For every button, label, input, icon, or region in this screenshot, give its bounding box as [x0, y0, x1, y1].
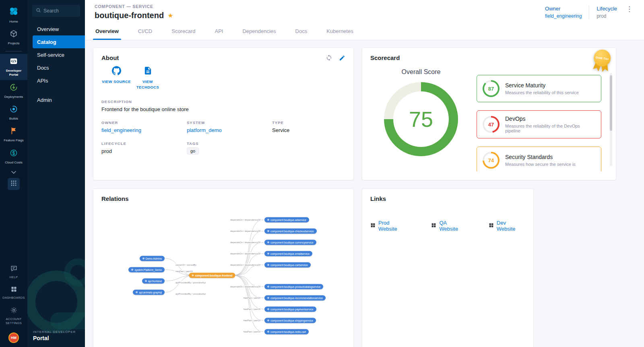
- link-label: QA Website: [439, 220, 466, 232]
- relation-node[interactable]: component:boutique-recommendationservice: [264, 295, 326, 301]
- relation-node[interactable]: system:Platform_Demo: [128, 267, 165, 273]
- score-item-description: Measures the reliability of this service: [505, 90, 579, 95]
- relation-node[interactable]: component:boutique-cartservice: [264, 262, 311, 268]
- feature-flags-icon: [9, 126, 18, 137]
- relation-node[interactable]: component:boutique-currencyservice: [264, 240, 316, 245]
- tag-chip[interactable]: go: [187, 147, 199, 155]
- module-selector-button[interactable]: [8, 178, 20, 190]
- owner-field: OWNER field_engineering: [101, 120, 187, 133]
- dashboards-icon: [10, 286, 17, 294]
- link-item[interactable]: QA Website: [431, 220, 466, 232]
- sidebar-search[interactable]: [32, 5, 80, 17]
- nav-item-projects[interactable]: Projects: [0, 27, 27, 48]
- search-input[interactable]: [43, 8, 77, 14]
- link-item[interactable]: Dev Website: [489, 220, 525, 232]
- tab-cicd[interactable]: CI/CD: [138, 23, 152, 40]
- tab-docs[interactable]: Docs: [295, 23, 308, 40]
- relation-edge-label: apiProvidedBy / providesApi: [175, 293, 206, 295]
- owner-label: Owner: [545, 6, 582, 12]
- github-icon: [112, 66, 121, 77]
- nav-item-help[interactable]: HELP: [0, 261, 27, 283]
- nav-item-account-settings[interactable]: ACCOUNT SETTINGS: [0, 303, 27, 328]
- score-item-description: Measures the reliability of the DevOps p…: [505, 124, 595, 133]
- relation-node[interactable]: api:animals-graphql: [133, 290, 165, 295]
- entity-icon: [267, 230, 269, 232]
- nav-item-label: Developer Portal: [1, 69, 26, 77]
- view-source-link[interactable]: VIEW SOURCE: [101, 66, 131, 91]
- scorecard-scrollbar-thumb[interactable]: [610, 75, 612, 131]
- relation-node[interactable]: component:boutique-productcatalogservice: [264, 284, 323, 289]
- type-field-value: Service: [272, 127, 345, 133]
- sidebar-item-apis[interactable]: APIs: [27, 74, 85, 87]
- scorecard-item[interactable]: 47 DevOps Measures the reliability of th…: [477, 110, 601, 138]
- relation-edge-label: dependsOn / dependencyOf: [229, 230, 261, 232]
- relation-node[interactable]: component:boutique-shippingservice: [264, 318, 316, 323]
- tab-overview[interactable]: Overview: [95, 23, 119, 40]
- overall-score-value: 75: [384, 82, 458, 156]
- relation-node[interactable]: component:boutique-paymentservice: [264, 307, 316, 312]
- relation-node[interactable]: component:boutique-adservice: [264, 217, 309, 223]
- entity-icon: [267, 320, 269, 322]
- system-field-value[interactable]: platform_demo: [187, 127, 272, 133]
- grid-squares-icon: [489, 222, 494, 229]
- scorecard-title: Scorecard: [370, 54, 608, 61]
- relation-node[interactable]: component:boutique-emailservice: [264, 251, 312, 256]
- relation-node[interactable]: component:boutique-checkoutservice: [264, 229, 317, 234]
- sidebar-item-self-service[interactable]: Self-service: [27, 48, 85, 61]
- edit-pencil-icon[interactable]: [339, 55, 345, 61]
- search-icon: [36, 7, 41, 14]
- relation-node[interactable]: api:frontend: [142, 279, 165, 284]
- nav-item-label: ACCOUNT SETTINGS: [2, 317, 26, 325]
- link-item[interactable]: Prod Website: [370, 220, 409, 232]
- relation-node[interactable]: Demo Admins: [140, 256, 165, 261]
- links-title: Links: [370, 195, 525, 202]
- description-label: DESCRIPTION: [101, 99, 345, 104]
- relation-edge-label: ownerOf / ownedBy: [175, 264, 197, 266]
- relation-edge-label: hasPart / partOf: [243, 297, 261, 299]
- link-label: Dev Website: [497, 220, 525, 232]
- deployments-icon: [9, 83, 18, 93]
- relation-edge-label: apiProvidedBy / providesApi: [175, 281, 206, 284]
- relation-node[interactable]: component:boutique-redis-cart: [264, 329, 309, 335]
- relation-edge-label: hasPart / partOf: [243, 330, 261, 333]
- favorite-star-icon[interactable]: ★: [167, 12, 173, 19]
- breadcrumb: COMPONENT — SERVICE: [95, 4, 173, 9]
- app-root: Home Projects Developer Portal Deploymen…: [0, 0, 644, 347]
- owner-value-link[interactable]: field_engineering: [545, 13, 582, 19]
- overall-score-label: Overall Score: [402, 68, 441, 76]
- relation-edge-label: hasPart / partOf: [243, 308, 261, 310]
- links-row: Prod Website QA Website Dev Website: [370, 220, 525, 232]
- nav-expand-chevron-icon[interactable]: [11, 168, 17, 176]
- about-title: About: [101, 54, 119, 61]
- nav-item-deployments[interactable]: Deployments: [0, 80, 27, 102]
- view-techdocs-link[interactable]: VIEW TECHDOCS: [133, 66, 163, 91]
- tab-dependencies[interactable]: Dependencies: [242, 23, 276, 40]
- sidebar-item-catalog[interactable]: Catalog: [33, 35, 85, 48]
- refresh-icon[interactable]: [326, 54, 332, 61]
- nav-item-dashboards[interactable]: DASHBOARDS: [0, 283, 27, 303]
- nav-item-home[interactable]: Home: [0, 3, 27, 27]
- scorecard-item[interactable]: 87 Service Maturity Measures the reliabi…: [477, 75, 601, 102]
- owner-field-value[interactable]: field_engineering: [101, 127, 187, 133]
- nav-item-cloud-costs[interactable]: Cloud Costs: [0, 146, 27, 167]
- tab-kubernetes[interactable]: Kubernetes: [326, 23, 353, 40]
- sidebar-section-gap: [27, 87, 85, 93]
- nav-item-feature-flags[interactable]: Feature Flags: [0, 124, 27, 145]
- user-avatar[interactable]: HM: [8, 333, 19, 343]
- chat-icon: [10, 264, 18, 274]
- relation-node[interactable]: component:boutique-frontend: [189, 273, 235, 278]
- owner-meta: Owner field_engineering: [545, 6, 582, 19]
- sidebar-item-overview[interactable]: Overview: [27, 23, 85, 35]
- sidebar-item-admin[interactable]: Admin: [27, 93, 85, 106]
- tab-api[interactable]: API: [215, 23, 223, 40]
- kebab-menu-icon[interactable]: ⋮: [624, 6, 634, 13]
- sidebar-footer-eyebrow: INTERNAL DEVELOPER: [33, 330, 76, 334]
- nav-item-builds[interactable]: Builds: [0, 102, 27, 124]
- scorecard-item[interactable]: 74 Security Standards Measures how secur…: [477, 147, 601, 171]
- entity-icon: [142, 258, 144, 260]
- nav-item-developer-portal[interactable]: Developer Portal: [0, 54, 27, 80]
- entity-icon: [267, 264, 269, 266]
- tab-scorecard[interactable]: Scorecard: [171, 23, 195, 40]
- sidebar-item-docs[interactable]: Docs: [27, 61, 85, 74]
- entity-icon: [145, 280, 147, 282]
